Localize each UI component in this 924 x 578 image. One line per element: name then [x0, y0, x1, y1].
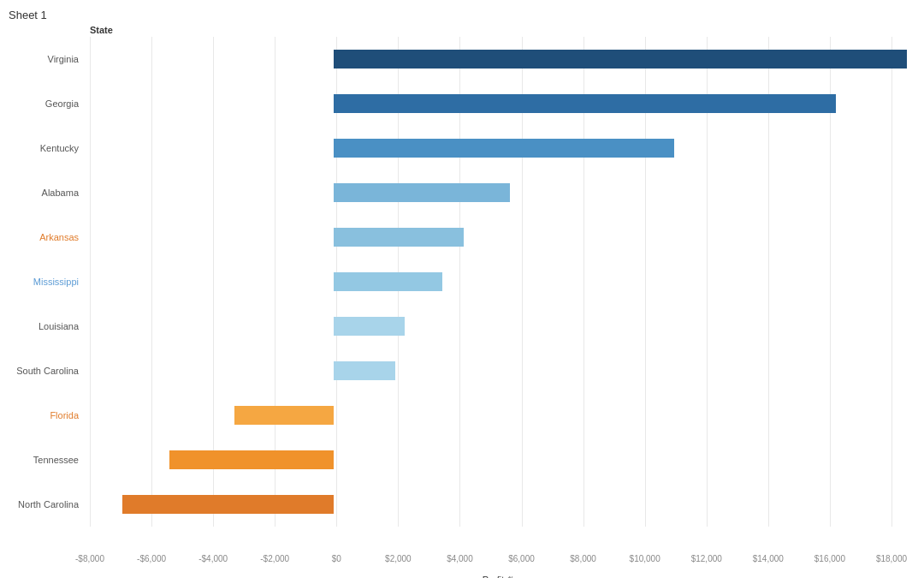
state-label: Louisiana: [9, 321, 86, 331]
axis-sort-icon[interactable]: ⇅: [507, 575, 514, 578]
state-label: Kentucky: [9, 143, 86, 153]
bar-track: [86, 92, 907, 116]
bar-track: [86, 359, 907, 383]
bar: [334, 183, 510, 202]
bar-row: Florida: [9, 393, 907, 438]
bar-track: [86, 270, 907, 294]
x-tick: $18,000: [876, 554, 907, 563]
bar: [234, 406, 334, 425]
x-tick: $16,000: [814, 554, 845, 563]
sheet-title: Sheet 1: [9, 9, 907, 21]
bar: [334, 139, 674, 158]
bar-track: [86, 403, 907, 427]
bars-container: VirginiaGeorgiaKentuckyAlabamaArkansasMi…: [9, 37, 907, 551]
bar-row: Mississippi: [9, 259, 907, 304]
x-tick: $14,000: [753, 554, 784, 563]
bar: [334, 361, 395, 380]
bar-row: Louisiana: [9, 304, 907, 349]
axis-label-row: Profit ⇅: [90, 575, 907, 578]
col-header-state: State: [9, 25, 907, 35]
x-tick: $10,000: [630, 554, 660, 563]
bar: [334, 50, 907, 69]
state-label: South Carolina: [9, 366, 86, 376]
x-tick: -$4,000: [198, 554, 228, 563]
chart-area: State VirginiaGeorgiaKentuckyAlabamaArka…: [9, 25, 907, 578]
bar-row: Arkansas: [9, 215, 907, 259]
bar-row: Tennessee: [9, 438, 907, 482]
chart-body: VirginiaGeorgiaKentuckyAlabamaArkansasMi…: [9, 37, 907, 578]
x-tick: $8,000: [570, 554, 596, 563]
grid-and-bars: VirginiaGeorgiaKentuckyAlabamaArkansasMi…: [9, 37, 907, 551]
bar-track: [86, 181, 907, 205]
bar: [334, 228, 464, 247]
bar-track: [86, 136, 907, 160]
bar-track: [86, 47, 907, 71]
x-tick: $2,000: [385, 554, 412, 563]
state-label: Arkansas: [9, 232, 86, 242]
x-tick: -$6,000: [137, 554, 166, 563]
bar-row: Alabama: [9, 170, 907, 215]
page: Sheet 1 State VirginiaGeorgiaKentuckyAla…: [0, 0, 924, 578]
state-label: Georgia: [9, 98, 86, 109]
x-tick: $6,000: [508, 554, 535, 563]
bar: [334, 94, 836, 113]
x-axis-label: Profit: [483, 575, 505, 578]
x-tick: -$8,000: [75, 554, 104, 563]
x-tick: $4,000: [447, 554, 473, 563]
state-label: North Carolina: [9, 499, 86, 509]
state-label: Tennessee: [9, 455, 86, 465]
bar: [122, 495, 333, 514]
state-label: Virginia: [9, 54, 86, 64]
bar-row: Kentucky: [9, 126, 907, 170]
x-tick: $12,000: [691, 554, 722, 563]
bar-track: [86, 225, 907, 249]
bar-track: [86, 448, 907, 472]
bar-row: South Carolina: [9, 349, 907, 393]
bar-row: Virginia: [9, 37, 907, 81]
state-label: Alabama: [9, 188, 86, 198]
x-axis: -$8,000-$6,000-$4,000-$2,000$0$2,000$4,0…: [90, 551, 907, 575]
bar-row: Georgia: [9, 81, 907, 126]
bar: [334, 317, 405, 336]
bar-track: [86, 492, 907, 516]
bar: [334, 272, 442, 291]
x-tick: $0: [332, 554, 341, 563]
state-label: Mississippi: [9, 277, 86, 287]
bar: [169, 450, 334, 469]
state-label: Florida: [9, 410, 86, 420]
bar-row: North Carolina: [9, 482, 907, 527]
x-tick: -$2,000: [260, 554, 289, 563]
bar-track: [86, 314, 907, 338]
